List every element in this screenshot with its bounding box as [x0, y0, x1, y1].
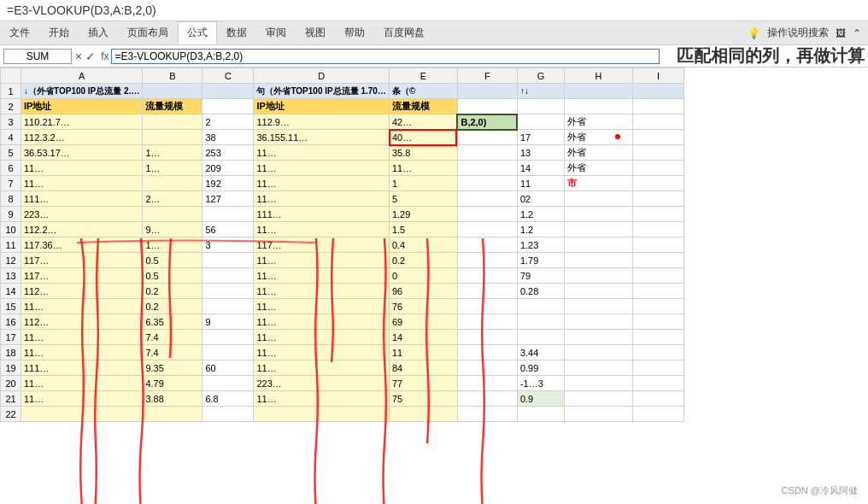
cell-6-G[interactable]: 14: [517, 161, 564, 176]
cell-6-I[interactable]: [632, 161, 683, 176]
cell-18-D[interactable]: 11…: [254, 345, 390, 360]
cell-13-E[interactable]: 0: [389, 268, 457, 284]
cell-4-E[interactable]: 40…: [389, 130, 457, 145]
table-row[interactable]: 1711…7.411…14: [1, 330, 684, 345]
cell-15-G[interactable]: [517, 299, 564, 314]
cell-22-I[interactable]: [632, 407, 683, 422]
cell-6-H[interactable]: 外省: [564, 161, 632, 176]
cell-3-H[interactable]: 外省: [564, 114, 632, 130]
cell-6-A[interactable]: 11…: [21, 161, 143, 176]
cell-17-F[interactable]: [457, 330, 517, 345]
cell-9-B[interactable]: [143, 207, 202, 222]
col-header-e[interactable]: E: [389, 68, 457, 84]
cell-10-D[interactable]: 11…: [254, 222, 390, 237]
table-row[interactable]: 611…1…20911…11…14外省: [1, 161, 684, 176]
cell-12-E[interactable]: 0.2: [389, 253, 457, 268]
table-row[interactable]: 12117…0.511…0.21.79: [1, 253, 684, 268]
cell-5-A[interactable]: 36.53.17…: [21, 145, 143, 161]
table-row[interactable]: 14112…0.211…960.28: [1, 284, 684, 299]
confirm-icon[interactable]: ✓: [85, 50, 96, 63]
table-row[interactable]: 19111…9.356011…840.99: [1, 360, 684, 376]
cell-11-D[interactable]: 117…: [254, 237, 390, 253]
cell-22-B[interactable]: [143, 407, 202, 422]
cell-5-I[interactable]: [632, 145, 683, 161]
cell-8-C[interactable]: 127: [202, 191, 254, 207]
cell-13-I[interactable]: [632, 268, 683, 284]
cell-2-E[interactable]: 流量规模: [389, 99, 457, 114]
cell-12-D[interactable]: 11…: [254, 253, 390, 268]
cell-2-D[interactable]: IP地址: [254, 99, 390, 114]
cell-14-E[interactable]: 96: [389, 284, 457, 299]
col-header-c[interactable]: C: [202, 68, 254, 84]
cell-13-B[interactable]: 0.5: [143, 268, 202, 284]
cell-3-G[interactable]: [517, 114, 564, 130]
cell-6-F[interactable]: [457, 161, 517, 176]
cell-21-F[interactable]: [457, 391, 517, 407]
cell-7-G[interactable]: 11: [517, 176, 564, 191]
cell-8-G[interactable]: 02: [517, 191, 564, 207]
cell-7-F[interactable]: [457, 176, 517, 191]
cell-16-C[interactable]: 9: [202, 314, 254, 330]
cell-20-G[interactable]: -1…3: [517, 376, 564, 391]
cell-1-B[interactable]: [143, 84, 202, 99]
cell-5-D[interactable]: 11…: [254, 145, 390, 161]
cell-9-I[interactable]: [632, 207, 683, 222]
tab-home[interactable]: 开始: [39, 21, 79, 44]
table-row[interactable]: 711…19211…111市: [1, 176, 684, 191]
tab-insert[interactable]: 插入: [79, 21, 118, 44]
cell-13-C[interactable]: [202, 268, 254, 284]
cell-2-F[interactable]: [457, 99, 517, 114]
cell-17-A[interactable]: 11…: [21, 330, 143, 345]
cell-4-G[interactable]: 17: [517, 130, 564, 145]
cancel-icon[interactable]: ×: [75, 50, 82, 63]
name-box[interactable]: [3, 49, 72, 64]
cell-9-A[interactable]: 223…: [21, 207, 143, 222]
table-row[interactable]: 3110.21.7…2112.9…42…B,2,0)外省: [1, 114, 684, 130]
cell-15-C[interactable]: [202, 299, 254, 314]
col-header-g[interactable]: G: [517, 68, 564, 84]
cell-9-E[interactable]: 1.29: [389, 207, 457, 222]
cell-18-F[interactable]: [457, 345, 517, 360]
cell-12-G[interactable]: 1.79: [517, 253, 564, 268]
cell-13-F[interactable]: [457, 268, 517, 284]
tab-file[interactable]: 文件: [0, 21, 39, 44]
cell-3-F[interactable]: B,2,0): [457, 114, 517, 130]
cell-15-F[interactable]: [457, 299, 517, 314]
cell-12-I[interactable]: [632, 253, 683, 268]
cell-5-H[interactable]: 外省: [564, 145, 632, 161]
cell-10-I[interactable]: [632, 222, 683, 237]
cell-2-I[interactable]: [632, 99, 683, 114]
cell-18-C[interactable]: [202, 345, 254, 360]
cell-8-A[interactable]: 111…: [21, 191, 143, 207]
cell-11-F[interactable]: [457, 237, 517, 253]
cell-1-E[interactable]: 条（©: [389, 84, 457, 99]
cell-19-A[interactable]: 111…: [21, 360, 143, 376]
cell-17-C[interactable]: [202, 330, 254, 345]
tab-pagelayout[interactable]: 页面布局: [118, 21, 178, 44]
cell-3-D[interactable]: 112.9…: [254, 114, 390, 130]
cell-15-I[interactable]: [632, 299, 683, 314]
tab-help[interactable]: 帮助: [335, 21, 374, 44]
cell-8-H[interactable]: [564, 191, 632, 207]
table-row[interactable]: 16112…6.35911…69: [1, 314, 684, 330]
cell-20-F[interactable]: [457, 376, 517, 391]
cell-2-B[interactable]: 流量规模: [143, 99, 202, 114]
formula-input[interactable]: [111, 49, 660, 64]
cell-5-F[interactable]: [457, 145, 517, 161]
table-row[interactable]: 10112.2…9…5611…1.51.2: [1, 222, 684, 237]
cell-14-C[interactable]: [202, 284, 254, 299]
cell-7-D[interactable]: 11…: [254, 176, 390, 191]
cell-15-E[interactable]: 76: [389, 299, 457, 314]
cell-21-I[interactable]: [632, 391, 683, 407]
cell-21-B[interactable]: 3.88: [143, 391, 202, 407]
tab-view[interactable]: 视图: [296, 21, 335, 44]
table-row[interactable]: 9223…111…1.291.2: [1, 207, 684, 222]
cell-16-I[interactable]: [632, 314, 683, 330]
table-row[interactable]: 2011…4.79223…77-1…3: [1, 376, 684, 391]
table-row[interactable]: 536.53.17…1…25311…35.813外省: [1, 145, 684, 161]
cell-10-B[interactable]: 9…: [143, 222, 202, 237]
cell-9-G[interactable]: 1.2: [517, 207, 564, 222]
cell-19-E[interactable]: 84: [389, 360, 457, 376]
cell-20-D[interactable]: 223…: [254, 376, 390, 391]
cell-20-I[interactable]: [632, 376, 683, 391]
